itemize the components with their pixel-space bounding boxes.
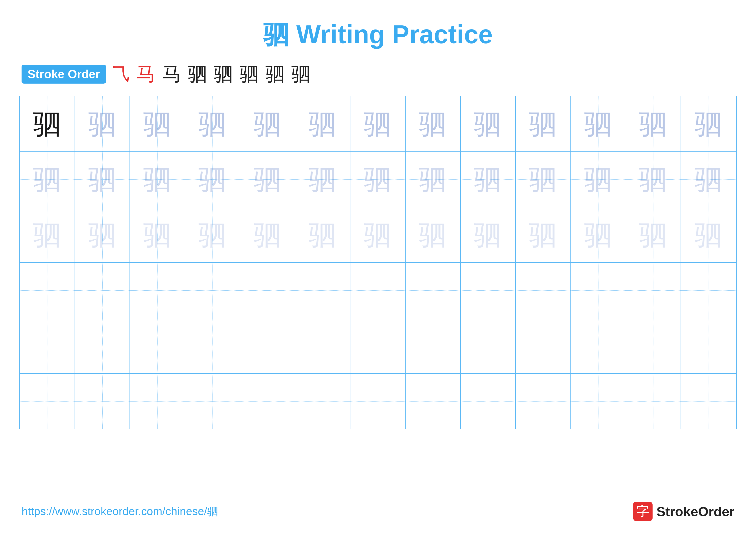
grid-cell[interactable]: 驷	[626, 96, 681, 151]
grid-cell[interactable]: 驷	[185, 152, 240, 207]
grid-row-2: 驷 驷 驷 驷 驷 驷 驷 驷 驷 驷 驷 驷	[20, 152, 736, 207]
practice-char: 驷	[694, 221, 723, 249]
footer: https://www.strokeorder.com/chinese/驷 字 …	[0, 502, 756, 521]
grid-cell[interactable]	[626, 374, 681, 429]
grid-cell[interactable]: 驷	[350, 96, 406, 151]
grid-cell[interactable]: 驷	[20, 152, 75, 207]
grid-cell[interactable]	[240, 318, 295, 373]
practice-char: 驷	[584, 110, 612, 138]
grid-cell[interactable]	[295, 374, 350, 429]
grid-cell[interactable]	[20, 263, 75, 318]
stroke-2: 马	[136, 61, 156, 87]
grid-cell[interactable]: 驷	[626, 207, 681, 262]
grid-cell[interactable]: 驷	[295, 96, 350, 151]
grid-cell[interactable]	[185, 374, 240, 429]
grid-row-1: 驷 驷 驷 驷 驷 驷 驷 驷 驷 驷 驷 驷	[20, 96, 736, 152]
grid-cell[interactable]: 驷	[350, 207, 406, 262]
grid-cell[interactable]: 驷	[130, 207, 185, 262]
grid-cell[interactable]	[681, 263, 736, 318]
grid-cell[interactable]	[130, 374, 185, 429]
grid-cell[interactable]: 驷	[516, 96, 571, 151]
grid-cell[interactable]	[20, 318, 75, 373]
practice-char: 驷	[584, 165, 612, 193]
stroke-8: 驷	[291, 61, 311, 87]
grid-cell[interactable]: 驷	[406, 152, 461, 207]
grid-cell[interactable]	[461, 374, 516, 429]
grid-cell[interactable]: 驷	[185, 96, 240, 151]
grid-cell[interactable]: 驷	[130, 152, 185, 207]
practice-char: 驷	[419, 110, 447, 138]
grid-cell[interactable]	[350, 318, 406, 373]
grid-cell[interactable]: 驷	[681, 96, 736, 151]
grid-cell[interactable]: 驷	[240, 152, 295, 207]
grid-cell[interactable]	[20, 374, 75, 429]
practice-char: 驷	[199, 110, 227, 138]
grid-cell[interactable]: 驷	[130, 96, 185, 151]
grid-cell[interactable]	[516, 374, 571, 429]
grid-cell[interactable]	[130, 318, 185, 373]
grid-cell[interactable]: 驷	[681, 207, 736, 262]
grid-cell[interactable]	[240, 374, 295, 429]
grid-cell[interactable]	[571, 374, 626, 429]
grid-cell[interactable]	[681, 374, 736, 429]
title-char: 驷	[263, 20, 296, 49]
grid-cell[interactable]	[461, 318, 516, 373]
stroke-6: 驷	[240, 61, 259, 87]
grid-cell[interactable]: 驷	[75, 96, 130, 151]
stroke-4: 驷	[188, 61, 207, 87]
grid-cell[interactable]	[406, 374, 461, 429]
grid-cell[interactable]	[406, 263, 461, 318]
grid-cell[interactable]	[626, 318, 681, 373]
grid-cell[interactable]	[185, 318, 240, 373]
grid-cell[interactable]	[626, 263, 681, 318]
grid-cell[interactable]: 驷	[406, 207, 461, 262]
grid-cell[interactable]	[571, 318, 626, 373]
practice-char: 驷	[88, 221, 116, 249]
footer-url[interactable]: https://www.strokeorder.com/chinese/驷	[21, 504, 218, 519]
grid-cell[interactable]	[75, 374, 130, 429]
practice-char: 驷	[33, 221, 61, 249]
grid-cell[interactable]	[75, 318, 130, 373]
grid-cell[interactable]: 驷	[185, 207, 240, 262]
grid-cell[interactable]: 驷	[571, 207, 626, 262]
grid-cell[interactable]: 驷	[571, 152, 626, 207]
grid-cell[interactable]: 驷	[240, 207, 295, 262]
practice-char: 驷	[33, 110, 61, 138]
grid-cell[interactable]	[350, 263, 406, 318]
grid-cell[interactable]: 驷	[350, 152, 406, 207]
grid-cell[interactable]: 驷	[461, 207, 516, 262]
grid-cell[interactable]: 驷	[75, 152, 130, 207]
grid-cell[interactable]	[461, 263, 516, 318]
grid-cell[interactable]: 驷	[295, 207, 350, 262]
grid-cell[interactable]	[75, 263, 130, 318]
grid-cell[interactable]	[295, 318, 350, 373]
grid-cell[interactable]	[516, 318, 571, 373]
grid-cell[interactable]	[130, 263, 185, 318]
grid-cell[interactable]	[516, 263, 571, 318]
grid-cell[interactable]: 驷	[20, 96, 75, 151]
grid-cell[interactable]	[350, 374, 406, 429]
grid-cell[interactable]	[681, 318, 736, 373]
grid-cell[interactable]: 驷	[461, 152, 516, 207]
grid-cell[interactable]: 驷	[681, 152, 736, 207]
grid-cell[interactable]: 驷	[240, 96, 295, 151]
grid-cell[interactable]: 驷	[626, 152, 681, 207]
practice-char: 驷	[88, 110, 116, 138]
grid-cell[interactable]: 驷	[461, 96, 516, 151]
grid-cell[interactable]	[295, 263, 350, 318]
grid-cell[interactable]	[571, 263, 626, 318]
grid-cell[interactable]: 驷	[516, 152, 571, 207]
grid-cell[interactable]: 驷	[406, 96, 461, 151]
grid-cell[interactable]: 驷	[20, 207, 75, 262]
practice-char: 驷	[143, 110, 171, 138]
practice-char: 驷	[529, 221, 557, 249]
grid-cell[interactable]: 驷	[75, 207, 130, 262]
grid-cell[interactable]	[240, 263, 295, 318]
grid-cell[interactable]	[406, 318, 461, 373]
grid-cell[interactable]: 驷	[295, 152, 350, 207]
stroke-7: 驷	[265, 61, 285, 87]
grid-cell[interactable]	[185, 263, 240, 318]
grid-cell[interactable]: 驷	[516, 207, 571, 262]
grid-cell[interactable]: 驷	[571, 96, 626, 151]
practice-char: 驷	[639, 221, 667, 249]
